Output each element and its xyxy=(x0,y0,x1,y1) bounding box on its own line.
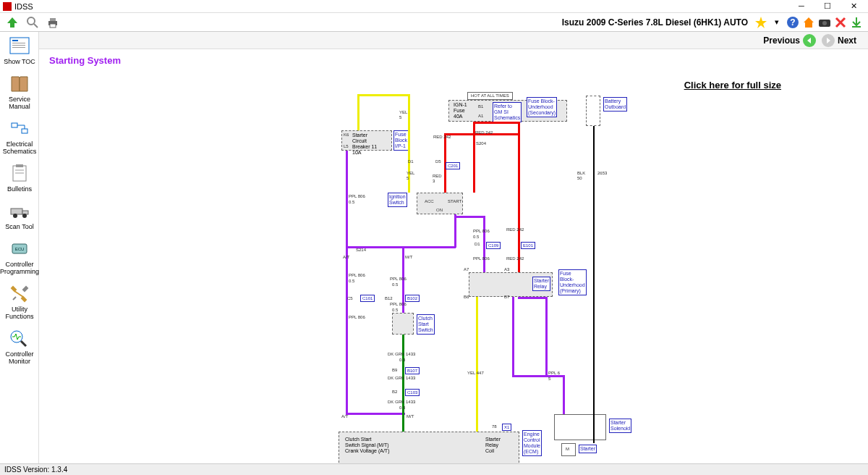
sidebar-item-bulletins[interactable]: Bulletins xyxy=(0,159,39,197)
wire-ppl xyxy=(545,297,548,377)
print-icon[interactable] xyxy=(45,15,61,30)
wire-label: 0.5 xyxy=(392,308,398,313)
sidebar-item-label: Scan Tool xyxy=(0,223,39,230)
starter-label: Starter xyxy=(579,445,597,453)
ignition-switch-box: ACC START ON xyxy=(417,193,463,214)
camera-icon[interactable] xyxy=(817,15,832,30)
wire-label: 5 xyxy=(548,377,550,382)
wire-ppl xyxy=(346,413,405,415)
sidebar-item-label: Controller Monitor xyxy=(0,350,39,365)
svg-rect-11 xyxy=(12,43,25,43)
sidebar-item-schematics[interactable]: Electrical Schematics xyxy=(0,114,39,159)
sidebar-item-scan-tool[interactable]: Scan Tool xyxy=(0,197,39,235)
dropdown-arrow-icon[interactable]: ▾ xyxy=(770,15,784,30)
wire-label: 0.8 xyxy=(399,358,405,363)
close-button[interactable]: ✕ xyxy=(845,1,862,11)
app-title: IDSS xyxy=(14,2,793,11)
svg-rect-12 xyxy=(12,45,25,46)
wire-label: RED 242 xyxy=(475,130,493,135)
help-icon[interactable]: ? xyxy=(786,15,800,30)
wire-yel xyxy=(357,94,409,96)
monitor-icon xyxy=(7,327,32,349)
starter-solenoid-box xyxy=(554,414,606,440)
sidebar-item-service-manual[interactable]: Service Manual xyxy=(0,70,39,114)
svg-text:?: ? xyxy=(790,17,795,28)
star-icon[interactable] xyxy=(754,15,768,30)
svg-point-24 xyxy=(13,214,17,218)
wire-label: S214 xyxy=(356,248,366,253)
wire-label: RED 242 xyxy=(506,227,524,232)
wire-label: RED 3 xyxy=(433,174,442,184)
maximize-button[interactable]: ☐ xyxy=(819,1,836,11)
connector: C201 xyxy=(446,162,460,169)
svg-rect-10 xyxy=(12,40,18,41)
app-icon xyxy=(3,2,12,11)
next-button[interactable] xyxy=(822,34,835,47)
toc-icon xyxy=(7,35,32,56)
wire-label: A/T xyxy=(343,255,349,260)
ecu-icon: ECU xyxy=(7,238,32,259)
starter-relay-label: Starter Relay xyxy=(532,277,550,291)
wire-label: 0.5 xyxy=(392,282,398,287)
wire-label: RED 242 xyxy=(433,135,451,140)
wire-label: B9 xyxy=(392,368,397,373)
home-up-icon[interactable] xyxy=(4,15,20,30)
wire-ppl xyxy=(518,297,547,299)
wire-label: C5 xyxy=(347,296,353,301)
battery-label: Battery Outboard xyxy=(603,97,627,112)
svg-rect-3 xyxy=(50,18,56,21)
wire-label: 0.5 xyxy=(349,200,354,205)
wire-label: RED 242 xyxy=(506,256,524,261)
connector: C103 xyxy=(405,389,420,396)
wire-label: 78 xyxy=(492,424,497,429)
delete-icon[interactable] xyxy=(833,15,848,30)
wire-label: YEL 5 xyxy=(399,110,407,120)
sidebar-item-toc[interactable]: Show TOC xyxy=(0,32,39,70)
prev-label: Previous xyxy=(763,35,800,46)
tools-icon xyxy=(7,282,32,304)
svg-rect-14 xyxy=(12,123,17,127)
svg-line-29 xyxy=(21,341,26,346)
fuse-ip-label: Fuse Block I/P-1 xyxy=(393,130,409,151)
wire-label: D5 xyxy=(435,159,441,164)
sidebar-item-label: Utility Functions xyxy=(0,306,39,320)
next-label: Next xyxy=(838,35,856,46)
connector: E101 xyxy=(521,242,535,249)
wire-label: M/T xyxy=(405,255,412,260)
wire-ppl xyxy=(563,375,565,414)
battery-box xyxy=(586,96,600,126)
version-label: IDSS Version: 1.3.4 xyxy=(4,466,67,474)
svg-point-25 xyxy=(22,214,27,218)
vehicle-label: Isuzu 2009 C-Series 7.8L Diesel (6HK1) A… xyxy=(562,17,748,28)
svg-point-8 xyxy=(822,21,827,25)
page-title: Starting System xyxy=(49,55,868,66)
wire-dkgrn xyxy=(402,335,404,432)
sidebar-item-label: Bulletins xyxy=(0,185,39,193)
wire-label: PPL 806 xyxy=(349,315,365,320)
fuse-pri-label: Fuse Block- Underhood (Primary) xyxy=(558,269,587,295)
clipboard-icon xyxy=(7,162,32,184)
wire-label: BLK 50 xyxy=(577,171,585,181)
wire-label: PPL 806 xyxy=(473,256,490,261)
wire-yel xyxy=(357,94,359,130)
book-icon xyxy=(7,72,32,94)
download-icon[interactable] xyxy=(849,15,864,30)
minimize-button[interactable]: ─ xyxy=(793,1,810,11)
starter-solenoid-label: Starter Solenoid xyxy=(609,419,631,433)
home-icon[interactable] xyxy=(801,15,816,30)
sidebar-item-utility[interactable]: Utility Functions xyxy=(0,279,39,324)
full-size-link[interactable]: Click here for full size xyxy=(684,80,781,91)
wire-label: DK GRN 1433 xyxy=(388,400,415,405)
sidebar-item-controller-monitor[interactable]: Controller Monitor xyxy=(0,324,39,369)
wire-label: PPL 6 xyxy=(548,371,560,376)
prev-button[interactable] xyxy=(803,34,816,47)
wire-label: PPL 806 xyxy=(349,273,365,278)
svg-line-1 xyxy=(34,24,38,28)
sidebar-item-controller-programming[interactable]: ECU Controller Programming xyxy=(0,235,39,279)
wire-ppl xyxy=(454,216,485,218)
search-icon[interactable] xyxy=(25,15,41,30)
svg-rect-15 xyxy=(22,129,27,133)
connector: C109 xyxy=(486,242,501,249)
ecm-label: Engine Control Module (ECM) xyxy=(522,430,542,456)
wire-label: M/T xyxy=(407,414,414,419)
